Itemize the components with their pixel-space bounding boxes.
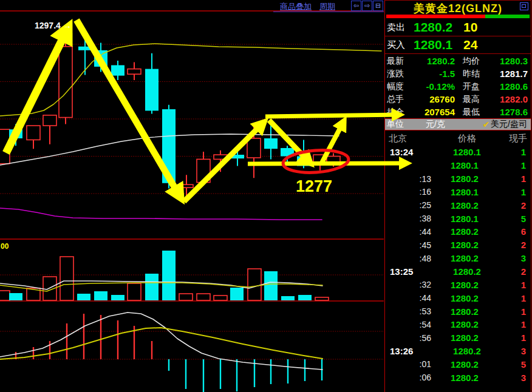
- tape-price: 1280.2: [431, 319, 498, 329]
- tape-row: 13:241280.11: [385, 146, 531, 159]
- stat-label: 最高: [461, 94, 485, 105]
- tape-time: 13:24: [385, 147, 436, 157]
- restore-window-icon[interactable]: [520, 2, 528, 10]
- tape-row: :481280.23: [385, 252, 531, 265]
- tape-volume: 1: [498, 280, 531, 290]
- tape-row: :441280.21: [385, 291, 531, 305]
- quote-panel: 美黄金12(GLNZ) 卖出 1280.2 10 买入 1280.1 24 最新…: [384, 0, 531, 392]
- tape-time: :32: [385, 280, 431, 289]
- tape-time: :13: [385, 174, 431, 184]
- tape-row: :321280.21: [385, 278, 531, 291]
- stat-value: 1282.0: [485, 94, 531, 104]
- tape-volume: 2: [498, 240, 531, 250]
- unit-value: 元/克: [426, 119, 482, 130]
- stat-label: 持仓: [385, 107, 409, 118]
- tape-volume: 2: [498, 200, 531, 211]
- tape-volume: 1: [498, 147, 531, 157]
- ask-price: 1280.2: [414, 20, 463, 35]
- stat-label: 最低: [461, 107, 485, 118]
- tape-header-time: 北京: [385, 133, 435, 144]
- check-icon: ✔: [482, 120, 489, 129]
- tape-price: 1280.2: [431, 280, 498, 290]
- tape-time: :38: [385, 214, 431, 223]
- tape-volume: 1: [498, 319, 531, 329]
- tile-windows-icon[interactable]: ⊟: [373, 1, 383, 11]
- tape-row: :381280.15: [385, 212, 531, 225]
- tape-price: 1280.2: [431, 226, 498, 237]
- instrument-title: 美黄金12(GLNZ): [385, 1, 531, 13]
- stat-value: -1.5: [409, 69, 455, 79]
- ask-row: 卖出 1280.2 10: [385, 19, 531, 36]
- stat-label: 涨跌: [385, 69, 409, 79]
- tape-volume: 1: [498, 306, 531, 317]
- stat-value: -0.12%: [409, 81, 455, 92]
- tape-volume: 1: [498, 174, 531, 184]
- period-link[interactable]: 周期: [319, 1, 335, 12]
- tape-time: :44: [385, 227, 431, 237]
- tape-header: 北京 价格 现手: [385, 132, 531, 145]
- unit-toggle-row[interactable]: 单位 元/克 ✔ 美元/盎司: [385, 118, 531, 130]
- tape-price: 1280.2: [431, 333, 498, 343]
- stats-row: 涨跌-1.5昨结1281.7: [385, 67, 531, 80]
- tape-time: :25: [385, 200, 431, 210]
- right-arrow-icon[interactable]: ⇨: [362, 1, 372, 11]
- stat-label: 开盘: [461, 81, 485, 92]
- left-arrow-icon[interactable]: ⇦: [351, 1, 361, 11]
- tape-row: :161280.11: [385, 186, 531, 199]
- stat-value: 1281.7: [485, 69, 531, 79]
- bid-label: 买入: [385, 39, 414, 51]
- stats-row: 最新1280.2均价1280.3: [385, 55, 531, 67]
- tape-time: :01: [385, 359, 431, 369]
- tape-time: :56: [385, 333, 431, 343]
- tape-price: 1280.1: [431, 160, 498, 171]
- overlay-commodity-link[interactable]: 商品叠加: [280, 1, 312, 12]
- tape-row: :131280.21: [385, 172, 531, 186]
- tape-time: 13:26: [385, 346, 436, 356]
- tape-price: 1280.2: [431, 293, 498, 303]
- tape-row: :541280.21: [385, 318, 531, 331]
- tape-volume: 6: [498, 226, 531, 237]
- bid-price: 1280.1: [414, 38, 463, 52]
- time-and-sales-list[interactable]: 13:241280.111280.11:131280.21:161280.11:…: [385, 146, 531, 385]
- tape-price: 1280.2: [431, 240, 498, 250]
- bid-volume: 24: [463, 38, 477, 52]
- stat-label: 幅度: [385, 81, 409, 92]
- stat-label: 总手: [385, 94, 409, 105]
- tape-volume: 1: [498, 160, 531, 171]
- tape-price: 1280.2: [436, 346, 498, 356]
- unit-alt-option[interactable]: 美元/盎司: [491, 119, 531, 130]
- tape-header-volume: 现手: [499, 133, 531, 144]
- trading-app-window: 00 商品叠加 周期 ⇦ ⇨ ⊟ 美黄金12(GLNZ) 卖出 1280.2 1…: [0, 0, 532, 392]
- ask-label: 卖出: [385, 22, 414, 33]
- tape-price: 1280.2: [431, 200, 498, 211]
- stat-value: 207654: [409, 107, 455, 117]
- tape-price: 1280.1: [431, 187, 498, 197]
- tape-price: 1280.2: [431, 174, 498, 184]
- tape-row: :061280.23: [385, 371, 531, 384]
- tape-volume: 1: [498, 333, 531, 343]
- tape-price: 1280.2: [431, 359, 498, 370]
- stats-row: 总手26760最高1282.0: [385, 93, 531, 106]
- chart-toolbar: 商品叠加 周期 ⇦ ⇨ ⊟: [0, 0, 384, 11]
- tape-volume: 3: [498, 346, 531, 356]
- tape-header-price: 价格: [435, 133, 499, 144]
- tape-price: 1280.2: [431, 373, 498, 383]
- tape-row: :251280.22: [385, 198, 531, 212]
- unit-label: 单位: [385, 119, 404, 130]
- buy-strength-segment: [485, 15, 530, 18]
- sell-strength-segment: [386, 15, 485, 18]
- tape-volume: 1: [498, 187, 531, 197]
- ask-volume: 10: [463, 20, 477, 35]
- stat-label: 昨结: [461, 69, 485, 79]
- buy-sell-strength-bar: [386, 15, 530, 18]
- tape-row: :451280.22: [385, 238, 531, 252]
- stats-row: 持仓207654最低1278.6: [385, 106, 531, 118]
- tape-price: 1280.2: [436, 266, 498, 277]
- tape-volume: 3: [498, 253, 531, 263]
- tape-price: 1280.2: [431, 253, 498, 263]
- stat-label: 均价: [461, 56, 485, 67]
- tape-volume: 2: [498, 266, 531, 277]
- tape-volume: 1: [498, 293, 531, 303]
- tape-time: :44: [385, 293, 431, 303]
- tape-price: 1280.1: [436, 147, 498, 157]
